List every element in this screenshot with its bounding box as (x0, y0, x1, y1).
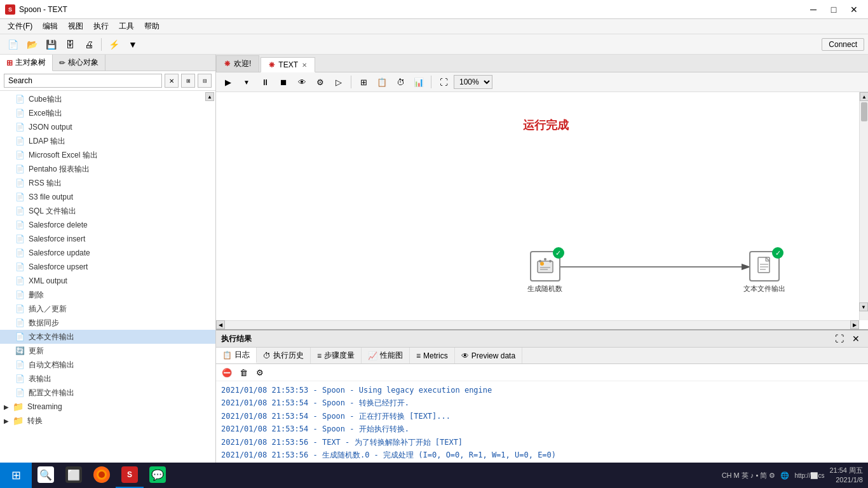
list-item[interactable]: 📄 Excel输出 (0, 106, 215, 120)
list-item-selected[interactable]: 📄 文本文件输出 (0, 330, 215, 344)
vscroll-up-btn[interactable]: ▲ (860, 92, 868, 101)
vscroll-down-btn[interactable]: ▼ (859, 302, 868, 311)
list-item[interactable]: 📄 SQL 文件输出 (0, 204, 215, 218)
menu-run[interactable]: 执行 (88, 20, 114, 33)
node-text-file-output[interactable]: ✓ 文本文件输出 (743, 251, 785, 294)
list-item[interactable]: 📄 LDAP 输出 (0, 134, 215, 148)
list-item[interactable]: 📄 自动文档输出 (0, 358, 215, 372)
file-icon: 📄 (15, 137, 25, 146)
windows-icon: ⊞ (11, 468, 21, 482)
save-button[interactable]: 💾 (42, 36, 60, 53)
tab-core-objects[interactable]: ✏ 核心对象 (53, 55, 105, 71)
list-item[interactable]: 📄 Microsoft Excel 输出 (0, 148, 215, 162)
menu-tools[interactable]: 工具 (114, 20, 139, 33)
tab-main-objects[interactable]: ⊞ 主对象树 (0, 55, 53, 71)
menu-edit[interactable]: 编辑 (37, 20, 63, 33)
hscroll-left-btn[interactable]: ◀ (216, 320, 225, 329)
tree-scroll-up[interactable]: ▲ (205, 92, 214, 101)
main-objects-icon: ⊞ (6, 58, 13, 67)
exec-close-button[interactable]: ✕ (849, 333, 863, 344)
exec-tab-perf[interactable]: 📈 性能图 (362, 348, 410, 363)
list-item[interactable]: 📄 Salesforce insert (0, 232, 215, 246)
canvas-area[interactable]: 运行完成 ✓ (216, 92, 868, 329)
list-item[interactable]: 📄 表输出 (0, 372, 215, 386)
exec-stop-button[interactable]: ⛔ (220, 366, 234, 379)
taskbar-wechat[interactable]: 💬 (144, 463, 172, 488)
list-item[interactable]: 📄 RSS 输出 (0, 176, 215, 190)
save-as-button[interactable]: 🗄 (61, 36, 79, 53)
hscroll-right-btn[interactable]: ▶ (850, 320, 859, 329)
search-bar: ✕ ⊞ ⊟ (0, 71, 215, 91)
run-config-button[interactable]: ⏱ (392, 74, 409, 90)
zoom-select[interactable]: 100% 75% 50% 150% (454, 75, 492, 89)
editor-tab-bar: ❋ 欢迎! ❋ TEXT ✕ (216, 55, 868, 72)
minimize-button[interactable]: ─ (804, 3, 822, 16)
maximize-button[interactable]: □ (825, 3, 843, 16)
exec-settings-button[interactable]: ⚙ (253, 366, 267, 379)
tab-welcome[interactable]: ❋ 欢迎! (216, 55, 259, 72)
search-collapse-button[interactable]: ⊟ (198, 74, 212, 88)
menu-file[interactable]: 文件(F) (3, 20, 37, 33)
exec-tab-log[interactable]: 📋 日志 (216, 348, 257, 363)
fullscreen-button[interactable]: ⛶ (435, 74, 452, 90)
list-item[interactable]: 📄 XML output (0, 274, 215, 288)
step-button[interactable]: ▷ (330, 74, 347, 90)
taskbar-firefox[interactable] (88, 463, 116, 488)
folder-item-streaming[interactable]: ▶ 📁 Streaming (0, 400, 215, 414)
list-item[interactable]: 📄 Cube输出 (0, 92, 215, 106)
list-item[interactable]: 📄 删除 (0, 288, 215, 302)
list-item[interactable]: 📄 数据同步 (0, 316, 215, 330)
exec-tab-steps[interactable]: ≡ 步骤度量 (311, 348, 362, 363)
menu-help[interactable]: 帮助 (139, 20, 165, 33)
menu-view[interactable]: 视图 (63, 20, 88, 33)
align-button[interactable]: ⊞ (355, 74, 372, 90)
exec-tab-preview[interactable]: 👁 Preview data (455, 348, 522, 363)
list-item[interactable]: 📄 Salesforce delete (0, 218, 215, 232)
list-item[interactable]: 📄 JSON output (0, 120, 215, 134)
list-item[interactable]: 🔄 更新 (0, 344, 215, 358)
pause-button[interactable]: ⏸ (257, 74, 273, 90)
node-check-icon: ✓ (553, 247, 564, 259)
close-button[interactable]: ✕ (845, 3, 863, 16)
canvas-vscroll[interactable]: ▲ ▼ (859, 92, 868, 320)
exec-clear-button[interactable]: 🗑 (236, 366, 250, 379)
expand-icon: ▶ (4, 417, 9, 424)
exec-tab-history[interactable]: ⏱ 执行历史 (257, 348, 311, 363)
play-button[interactable]: ▶ (220, 74, 236, 90)
stack-button[interactable]: ⚡ (105, 36, 123, 53)
play-dropdown-button[interactable]: ▼ (238, 74, 255, 90)
search-input[interactable] (4, 74, 162, 88)
list-item[interactable]: 📄 插入／更新 (0, 302, 215, 316)
list-item[interactable]: 📄 Salesforce update (0, 246, 215, 260)
taskbar-search[interactable]: 🔍 (32, 463, 60, 488)
list-item[interactable]: 📄 Pentaho 报表输出 (0, 162, 215, 176)
list-item[interactable]: 📄 Salesforce upsert (0, 260, 215, 274)
search-clear-button[interactable]: ✕ (165, 74, 179, 88)
node-generate-random[interactable]: ✓ 生成随机数 (527, 251, 562, 294)
stop-button[interactable]: ⏹ (275, 74, 292, 90)
search-expand-button[interactable]: ⊞ (181, 74, 195, 88)
list-item[interactable]: 📄 配置文件输出 (0, 386, 215, 400)
taskbar-taskview[interactable]: ⬜ (60, 463, 88, 488)
layout-button[interactable]: 📊 (410, 74, 427, 90)
connect-button[interactable]: Connect (822, 38, 864, 51)
tab-text[interactable]: ❋ TEXT ✕ (261, 57, 315, 72)
copy-button[interactable]: 📋 (374, 74, 390, 90)
taskbar-spoon[interactable]: S (116, 463, 144, 488)
exec-tab-metrics[interactable]: ≡ Metrics (410, 348, 455, 363)
main-toolbar: 📄 📂 💾 🗄 🖨 ⚡ ▼ Connect (0, 34, 868, 55)
start-button[interactable]: ⊞ (0, 463, 32, 488)
folder-item-transform[interactable]: ▶ 📁 转换 (0, 414, 215, 428)
tab-close-icon[interactable]: ✕ (302, 62, 307, 69)
vscroll-thumb[interactable] (861, 102, 867, 121)
print-button[interactable]: 🖨 (80, 36, 98, 53)
check-button[interactable]: ⚙ (312, 74, 329, 90)
log-line: 2021/01/08 21:53:54 - Spoon - 正在打开转换 [TE… (221, 410, 863, 423)
stack2-button[interactable]: ▼ (124, 36, 142, 53)
svg-point-1 (540, 262, 544, 266)
open-button[interactable]: 📂 (23, 36, 41, 53)
new-button[interactable]: 📄 (4, 36, 22, 53)
exec-maximize-button[interactable]: ⛶ (832, 333, 846, 344)
preview-button[interactable]: 👁 (294, 74, 310, 90)
list-item[interactable]: 📄 S3 file output (0, 190, 215, 204)
